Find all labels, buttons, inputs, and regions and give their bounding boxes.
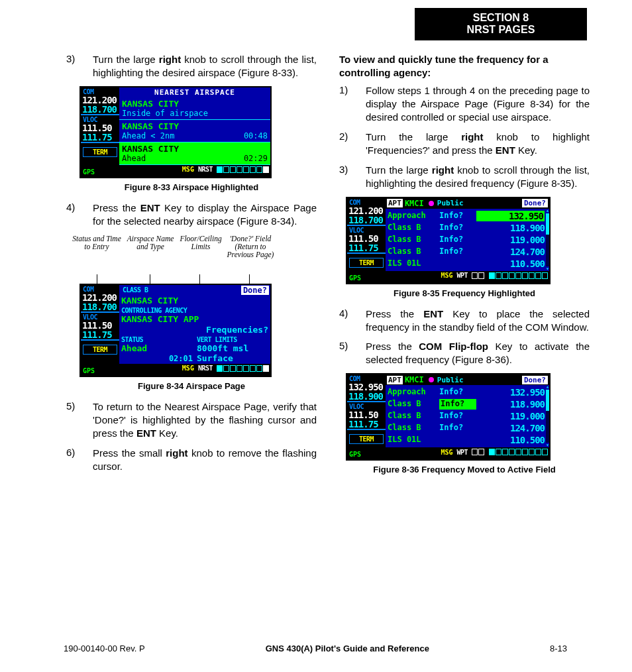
freq-row: Class BInfo?119.000	[388, 234, 545, 246]
right-column: To view and quickly tune the frequency f…	[339, 53, 590, 484]
step-4: 4) Press the ENT Key to display the Airs…	[66, 201, 317, 228]
airport-symbol-icon	[429, 201, 434, 206]
scrollbar-icon: ▴▾	[546, 385, 549, 447]
footer-center: GNS 430(A) Pilot's Guide and Reference	[266, 644, 429, 653]
figure-8-36: COM 132.950 118.900 VLOC 111.50 111.75 T…	[346, 373, 551, 461]
section-line2: NRST PAGES	[415, 24, 587, 36]
left-column: 3) Turn the large right knob to scroll t…	[66, 53, 317, 484]
footer-right: 8-13	[550, 644, 567, 653]
fig34-side: COM 121.200 118.700 VLOC 111.50 111.75 T…	[81, 285, 119, 364]
r-step-3: 3) Turn the large right knob to scroll t…	[339, 164, 590, 190]
freq-row: Class BInfo?119.000	[388, 410, 545, 422]
r-step-5: 5) Press the COM Flip-flop Key to activa…	[339, 340, 590, 366]
page-indicator-icon	[217, 365, 269, 372]
step-5: 5) To return to the Nearest Airspace Pag…	[66, 400, 317, 440]
freq-row: Class BInfo?124.700	[388, 246, 545, 258]
freq-row: ILS 01L110.500	[388, 258, 545, 270]
airspace-row: KANSAS CITYAhead02:29	[119, 142, 270, 165]
step-6: 6) Press the small right knob to remove …	[66, 447, 317, 473]
fig34-caption: Figure 8-34 Airspace Page	[66, 381, 317, 391]
fig33-bottom: MSG NRST	[119, 165, 270, 174]
page-indicator-icon	[217, 166, 269, 173]
scrollbar-icon: ▴▾	[546, 209, 549, 271]
freq-row: ApproachInfo?132.950	[388, 386, 545, 398]
fig33-inner: NEAREST AIRSPACE KANSAS CITYInside of ai…	[119, 87, 270, 165]
fig36-caption: Figure 8-36 Frequency Moved to Active Fi…	[339, 465, 590, 475]
step-3: 3) Turn the large right knob to scroll t…	[66, 53, 317, 80]
right-heading: To view and quickly tune the frequency f…	[339, 53, 590, 79]
freq-row: ILS 01L110.500	[388, 434, 545, 446]
freq-row: Class BInfo?124.700	[388, 422, 545, 434]
freq-row: Class BInfo?118.900	[388, 398, 545, 410]
page-indicator-icon	[472, 272, 548, 279]
r-step-2: 2) Turn the large right knob to highligh…	[339, 131, 590, 157]
r-step-1: 1) Follow steps 1 through 4 on the prece…	[339, 84, 590, 124]
figure-8-33: COM 121.200 118.700 VLOC 111.50 111.75 T…	[79, 86, 272, 178]
figure-8-35: COM 121.200 118.700 VLOC 111.50 111.75 T…	[346, 197, 551, 284]
fig35-caption: Figure 8-35 Frequency Highlighted	[339, 288, 590, 298]
fig33-caption: Figure 8-33 Airspace Highlighted	[66, 182, 317, 192]
footer-left: 190-00140-00 Rev. P	[64, 644, 145, 653]
airport-symbol-icon	[429, 377, 434, 382]
airspace-row: KANSAS CITYInside of airspace	[119, 97, 270, 120]
freq-row: Class BInfo?118.900	[388, 222, 545, 234]
fig34-callouts: Status and Time to Entry Airspace Name a…	[70, 235, 276, 274]
section-header: SECTION 8 NRST PAGES	[415, 8, 587, 40]
fig33-side: COM 121.200 118.700 VLOC 111.50 111.75 T…	[81, 87, 119, 165]
r-step-4: 4) Press the ENT Key to place the select…	[339, 308, 590, 334]
apt-header: APT KMCI Public Done?	[386, 198, 549, 209]
done-field: Done?	[241, 286, 269, 295]
footer: 190-00140-00 Rev. P GNS 430(A) Pilot's G…	[64, 644, 567, 653]
page-indicator-icon	[472, 449, 548, 455]
figure-8-34: COM 121.200 118.700 VLOC 111.50 111.75 T…	[79, 284, 272, 377]
freq-row: ApproachInfo?132.950	[388, 210, 545, 222]
fig34-inner: CLASS B Done? KANSAS CITY CONTROLLING AG…	[119, 285, 270, 364]
airspace-row: KANSAS CITYAhead < 2nm00:48	[119, 120, 270, 142]
section-line1: SECTION 8	[415, 12, 587, 24]
